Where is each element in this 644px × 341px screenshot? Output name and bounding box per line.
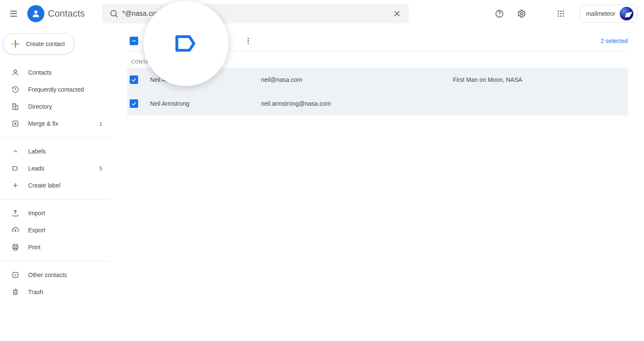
svg-rect-22 [16,106,18,110]
sidebar-labels-header[interactable]: Labels [0,143,111,160]
svg-point-19 [563,15,564,17]
sidebar: Create contact Contacts Frequently conta… [0,27,111,341]
building-icon [11,103,20,110]
svg-point-12 [560,11,561,12]
sidebar-item-import[interactable]: Import [0,205,111,222]
sidebar-item-label: Trash [28,289,102,295]
app-logo[interactable]: Contacts [27,5,85,22]
sidebar-label-leads[interactable]: Leads 5 [0,160,111,177]
account-badge[interactable]: mailmeteor [580,5,637,23]
row-checkbox[interactable] [130,99,138,108]
plus-multicolor-icon [10,38,21,49]
archive-icon [11,271,20,279]
svg-point-18 [560,15,561,17]
svg-point-10 [520,12,523,15]
svg-point-3 [34,11,37,14]
chevron-up-icon [11,148,20,155]
svg-point-15 [560,13,561,14]
help-icon [495,9,504,18]
sidebar-item-other-contacts[interactable]: Other contacts [0,266,111,283]
contact-notes: First Man on Moon, NASA [453,76,619,83]
sidebar-create-label[interactable]: Create label [0,177,111,194]
svg-point-13 [563,11,564,12]
apps-grid-icon [557,9,565,18]
sidebar-item-label: Export [28,227,102,234]
svg-rect-35 [13,272,18,277]
svg-point-9 [499,15,499,16]
trash-icon [11,288,20,296]
hamburger-icon [9,9,19,19]
label-icon-large [172,30,200,57]
app-title: Contacts [48,8,85,19]
row-checkbox[interactable] [130,75,138,84]
plus-icon [11,182,20,189]
svg-point-14 [557,13,559,14]
select-all-checkbox[interactable] [130,37,138,45]
main-menu-button[interactable] [3,3,24,24]
search-icon [109,9,119,18]
svg-point-4 [110,11,116,16]
settings-button[interactable] [511,3,532,24]
callout-magnifier [143,1,229,86]
label-icon [11,165,20,172]
cloud-download-icon [11,226,20,234]
search-button[interactable] [105,5,122,22]
selected-count: 2 selected [600,38,628,44]
svg-line-5 [116,15,117,17]
svg-point-11 [557,11,559,12]
clear-search-button[interactable] [389,5,406,22]
create-contact-button[interactable]: Create contact [3,33,75,55]
sidebar-item-contacts[interactable]: Contacts [0,64,111,81]
close-icon [392,9,402,18]
sidebar-item-label: Frequently contacted [28,86,102,93]
more-vert-icon [244,37,252,45]
account-avatar [620,7,633,20]
apps-button[interactable] [551,3,571,24]
search-bar [102,4,409,23]
printer-icon [11,243,20,251]
sidebar-item-print[interactable]: Print [0,239,111,256]
svg-point-20 [14,70,17,72]
header: Contacts mailmeteor [0,0,644,27]
help-button[interactable] [489,3,510,24]
sidebar-item-label: Merge & fix [28,120,91,127]
sidebar-item-count: 5 [99,165,102,172]
svg-point-40 [247,38,249,39]
gear-icon [517,9,526,18]
history-icon [11,86,20,93]
more-actions-button[interactable] [240,32,257,49]
table-row[interactable]: Neil Armstrong neil.armstrong@nasa.com [127,92,628,116]
sidebar-item-label: Other contacts [28,272,102,278]
header-actions: mailmeteor [489,3,637,24]
contact-name: Neil Armstrong [150,100,261,107]
sidebar-item-count: 1 [99,121,102,127]
sidebar-item-label: Directory [28,103,102,110]
sidebar-item-label: Labels [28,148,102,155]
sidebar-item-merge-fix[interactable]: Merge & fix 1 [0,115,111,132]
contact-email: neil@nasa.com [261,76,453,83]
contact-email: neil.armstrong@nasa.com [261,100,453,107]
indeterminate-icon [131,38,137,44]
sidebar-item-label: Print [28,244,102,251]
sidebar-item-export[interactable]: Export [0,222,111,239]
svg-point-41 [247,40,249,41]
account-label: mailmeteor [586,10,615,17]
merge-icon [11,120,20,127]
check-icon [131,77,137,83]
sidebar-item-label: Leads [28,165,91,172]
sidebar-item-label: Contacts [28,69,102,76]
sidebar-item-frequent[interactable]: Frequently contacted [0,81,111,98]
sidebar-item-directory[interactable]: Directory [0,98,111,115]
contacts-logo-icon [27,5,44,22]
sidebar-item-label: Import [28,210,102,217]
svg-point-42 [247,43,249,44]
upload-icon [11,209,20,217]
sidebar-item-trash[interactable]: Trash [0,283,111,301]
sidebar-item-label: Create label [28,182,102,189]
create-contact-label: Create contact [26,40,65,47]
svg-point-17 [557,15,559,17]
check-icon [131,101,137,107]
person-icon [11,69,20,76]
svg-point-16 [563,13,564,14]
